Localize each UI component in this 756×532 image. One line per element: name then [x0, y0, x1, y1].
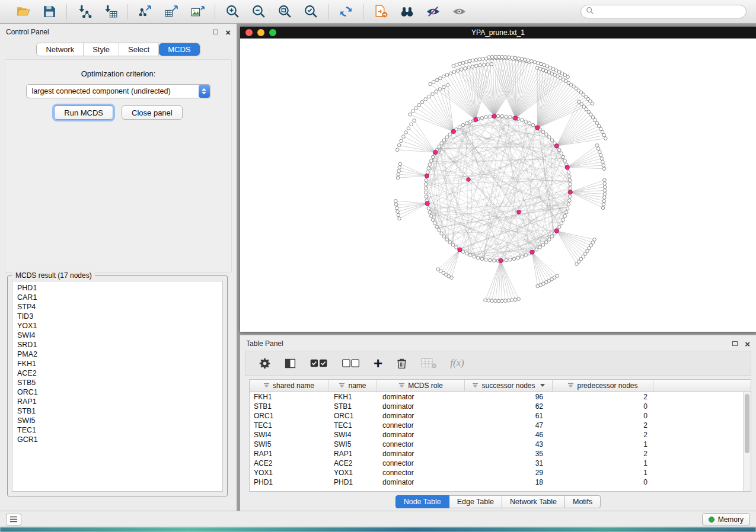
column-header-mcds-role[interactable]: MCDS role [377, 380, 465, 391]
close-window-icon[interactable] [245, 29, 253, 36]
table-row[interactable]: FKH1FKH1dominator962 [250, 392, 743, 402]
zoom-fit-icon [277, 4, 292, 19]
column-header-predecessor-nodes[interactable]: predecessor nodes [553, 380, 653, 391]
show-graphics-details-button[interactable] [449, 3, 469, 21]
zoom-selected-button[interactable] [301, 3, 321, 21]
table-row[interactable]: SWI5SWI5connector431 [250, 440, 743, 449]
mcds-result-item[interactable]: ORC1 [12, 387, 222, 397]
mcds-result-item[interactable]: PMA2 [12, 350, 222, 359]
mcds-result-item[interactable]: GCR1 [12, 435, 222, 444]
close-panel-button[interactable]: Close panel [122, 105, 183, 120]
table-vertical-scrollbar[interactable] [743, 392, 751, 491]
table-toolbar: + f(x) [245, 351, 751, 376]
export-network-button[interactable] [135, 3, 155, 21]
show-columns-button[interactable] [284, 357, 296, 370]
search-network-button[interactable] [397, 3, 417, 21]
float-panel-icon[interactable] [213, 30, 218, 34]
optimization-criterion-label: Optimization criterion: [5, 60, 231, 78]
table-cell: 62 [465, 402, 553, 411]
mcds-result-item[interactable]: TID3 [12, 312, 222, 321]
tab-network[interactable]: Network [37, 43, 84, 56]
scrollbar-thumb[interactable] [745, 394, 749, 453]
table-row[interactable]: TEC1TEC1connector472 [250, 421, 743, 430]
tab-edge-table[interactable]: Edge Table [449, 495, 502, 508]
export-image-button[interactable] [187, 3, 208, 21]
open-file-button[interactable] [13, 3, 33, 21]
table-row[interactable]: RAP1RAP1dominator352 [250, 449, 743, 459]
tab-node-table[interactable]: Node Table [395, 495, 449, 508]
mcds-result-item[interactable]: STB1 [12, 406, 222, 416]
table-cell: TEC1 [328, 421, 377, 430]
run-mcds-button[interactable]: Run MCDS [54, 105, 113, 120]
network-window-title: YPA_prune.txt_1 [240, 28, 756, 37]
table-settings-button[interactable] [259, 357, 271, 370]
tab-motifs[interactable]: Motifs [565, 495, 601, 508]
network-canvas[interactable] [240, 39, 756, 332]
zoom-fit-button[interactable] [275, 3, 295, 21]
close-table-panel-icon[interactable]: × [745, 339, 750, 348]
tab-select[interactable]: Select [119, 43, 159, 56]
tab-mcds[interactable]: MCDS [159, 43, 199, 56]
import-table-button[interactable] [100, 3, 120, 21]
column-header-shared-name[interactable]: shared name [250, 380, 328, 391]
table-cell: 0 [553, 478, 653, 486]
mcds-result-item[interactable]: FKH1 [12, 359, 222, 368]
hamburger-icon [9, 516, 18, 523]
zoom-in-button[interactable] [222, 3, 243, 21]
column-header-name[interactable]: name [328, 380, 377, 391]
zoom-out-button[interactable] [248, 3, 269, 21]
zoom-in-icon [225, 4, 240, 19]
import-network-button[interactable] [74, 3, 94, 21]
deselect-all-rows-button[interactable] [342, 357, 361, 370]
delete-column-button[interactable] [395, 357, 408, 370]
minimize-window-icon[interactable] [257, 29, 264, 36]
mcds-result-item[interactable]: STB5 [12, 378, 222, 387]
memory-label: Memory [718, 515, 744, 524]
table-row[interactable]: PHD1PHD1dominator180 [250, 477, 743, 487]
close-panel-icon[interactable]: × [225, 28, 231, 37]
mcds-result-group: MCDS result (17 nodes) PHD1CAR1STP4TID3Y… [7, 275, 228, 496]
criterion-dropdown[interactable]: largest connected component (undirected) [26, 84, 211, 98]
table-row[interactable]: STB1STB1dominator620 [250, 402, 743, 411]
mcds-result-item[interactable]: SWI4 [12, 331, 222, 340]
table-cell: FKH1 [250, 393, 328, 401]
table-cell: SWI4 [250, 431, 328, 439]
mcds-result-item[interactable]: RAP1 [12, 397, 222, 406]
table-row[interactable]: SWI4SWI4dominator462 [250, 430, 743, 440]
export-table-button[interactable] [161, 3, 181, 21]
mcds-result-item[interactable]: STP4 [12, 302, 222, 312]
mcds-result-list[interactable]: PHD1CAR1STP4TID3YOX1SWI4SRD1PMA2FKH1ACE2… [12, 281, 223, 492]
toolbar-search[interactable] [580, 5, 747, 18]
tab-style[interactable]: Style [84, 43, 119, 56]
add-column-button[interactable]: + [374, 357, 382, 369]
table-row[interactable]: ACE2ACE2connector311 [250, 459, 743, 468]
mcds-result-item[interactable]: SRD1 [12, 340, 222, 350]
status-menu-button[interactable] [6, 514, 21, 525]
sort-direction-icon [540, 384, 545, 387]
table-row[interactable]: ORC1ORC1dominator610 [250, 411, 743, 421]
table-row[interactable]: YOX1YOX1connector291 [250, 468, 743, 477]
maximize-window-icon[interactable] [269, 29, 276, 36]
mcds-result-item[interactable]: YOX1 [12, 321, 222, 331]
sort-icon [567, 382, 574, 389]
save-session-button[interactable] [39, 3, 59, 21]
column-header-successor-nodes[interactable]: successor nodes [465, 380, 553, 391]
table-panel-tabs: Node TableEdge TableNetwork TableMotifs [240, 495, 756, 508]
search-input[interactable] [597, 8, 741, 16]
hide-graphics-details-button[interactable] [423, 3, 443, 21]
zoom-out-icon [251, 4, 266, 19]
mcds-result-item[interactable]: TEC1 [12, 425, 222, 435]
float-table-panel-icon[interactable] [732, 341, 738, 346]
mcds-result-item[interactable]: CAR1 [12, 293, 222, 302]
mcds-result-item[interactable]: PHD1 [12, 283, 222, 293]
memory-button[interactable]: Memory [702, 513, 750, 525]
share-document-button[interactable] [371, 3, 391, 21]
mcds-result-item[interactable]: ACE2 [12, 368, 222, 378]
sort-icon [472, 382, 479, 389]
mcds-result-item[interactable]: SWI5 [12, 416, 222, 425]
table-panel-title: Table Panel [246, 339, 283, 348]
refresh-button[interactable] [336, 3, 356, 21]
network-window-titlebar[interactable]: YPA_prune.txt_1 [240, 27, 756, 39]
tab-network-table[interactable]: Network Table [502, 495, 565, 508]
select-all-rows-button[interactable] [310, 357, 328, 370]
